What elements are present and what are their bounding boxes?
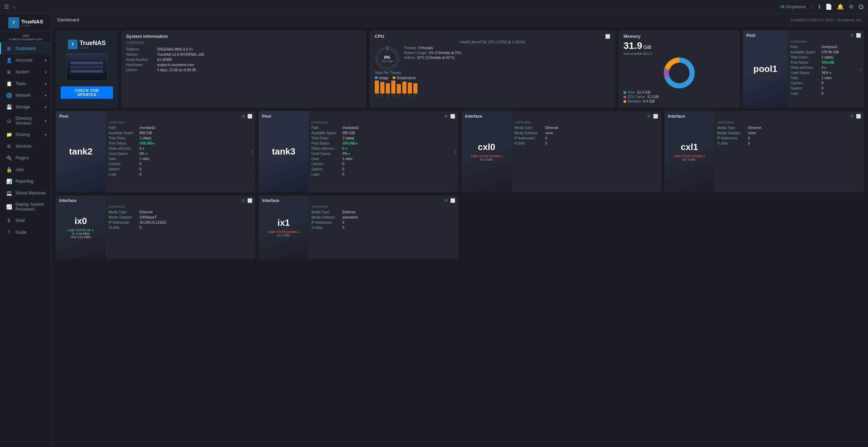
tank3-icons: ⚙ ⬜ bbox=[444, 114, 455, 119]
chevron-down-icon: ▾ bbox=[45, 119, 46, 123]
sidebar-item-label: Sharing bbox=[16, 132, 41, 137]
reporting-icon: 📊 bbox=[6, 179, 12, 184]
pool1-details: Overview Path: /mnt/pool1 Available Spac… bbox=[788, 30, 864, 99]
tank3-expand-icon[interactable]: ⬜ bbox=[450, 114, 455, 119]
sidebar-item-plugins[interactable]: 🔌 Plugins bbox=[0, 152, 51, 164]
cpu-bar-chart: 0 1 2 3 4 5 6 7 bbox=[375, 82, 610, 97]
settings-icon[interactable]: ⚙ bbox=[849, 3, 854, 10]
truenas-widget-core: CORE bbox=[80, 47, 106, 49]
system-info-overview-label: Overview bbox=[126, 41, 362, 45]
tank3-details: Overview Path:/mnt/tank3 Available Space… bbox=[309, 111, 458, 180]
tank2-arrow-icon[interactable]: › bbox=[251, 149, 253, 155]
cxl1-link-state: LINK STATE DOWN ● bbox=[674, 155, 705, 158]
sidebar-item-dashboard[interactable]: ⊞ Dashboard bbox=[0, 43, 51, 54]
sidebar-item-network[interactable]: 🌐 Network ▾ bbox=[0, 89, 51, 101]
cxl1-traffic: No Traffic bbox=[674, 158, 705, 161]
zfs-row: ZFS Cache: 3.2 GiB bbox=[623, 95, 735, 99]
pool1-logs-row: Logs: 0 bbox=[790, 92, 861, 95]
upload-icon[interactable]: ↑ bbox=[811, 4, 814, 10]
services-row: Services: 6.4 GiB bbox=[623, 99, 735, 103]
tank3-gear-icon[interactable]: ⚙ bbox=[444, 114, 448, 119]
cxl1-gear-icon[interactable]: ⚙ bbox=[850, 114, 854, 119]
row3: Interface ⚙ ⬜ ix0 LINK STATE UP ● In: 0.… bbox=[56, 195, 864, 259]
sidebar-item-label: Guide bbox=[16, 230, 46, 235]
sidebar-item-reporting[interactable]: 📊 Reporting bbox=[0, 175, 51, 187]
pool1-disks-row: Total Disks: 1 (data) bbox=[790, 55, 861, 59]
plugins-icon: 🔌 bbox=[6, 155, 12, 161]
sidebar-item-label: Virtual Machines bbox=[16, 191, 46, 195]
memory-legend: Free: 22.4 GiB ZFS Cache: 3.2 GiB Servic… bbox=[623, 91, 735, 103]
sidebar-item-tasks[interactable]: 📋 Tasks ▾ bbox=[0, 78, 51, 89]
ix0-name: ix0 bbox=[74, 216, 87, 226]
chevron-down-icon: ▾ bbox=[45, 105, 46, 109]
cpu-settings-icon[interactable]: ⬜ bbox=[605, 34, 610, 39]
ix1-link-state: LINK STATE DOWN ● bbox=[268, 230, 299, 234]
tank2-expand-icon[interactable]: ⬜ bbox=[247, 114, 252, 119]
sidebar-item-shell[interactable]: $ Shell bbox=[0, 215, 51, 226]
stats-per-thread-label: Stats Per Thread bbox=[375, 71, 610, 75]
free-dot bbox=[623, 91, 626, 94]
ix1-name: ix1 bbox=[277, 217, 290, 228]
sidebar-item-accounts[interactable]: 👤 Accounts ▾ bbox=[0, 54, 51, 66]
cxl0-gear-icon[interactable]: ⚙ bbox=[647, 114, 651, 119]
pool-tank2-widget: Pool ⚙ ⬜ tank2 Overview Path:/mnt/tank2 … bbox=[56, 111, 255, 192]
tasks-icon: 📋 bbox=[6, 81, 12, 86]
truenas-logo-icon: T bbox=[8, 17, 19, 28]
sidebar-item-storage[interactable]: 💾 Storage ▾ bbox=[0, 101, 51, 113]
ix0-expand-icon[interactable]: ⬜ bbox=[247, 198, 252, 203]
chevron-down-icon: ▾ bbox=[45, 133, 46, 137]
sharing-icon: 📁 bbox=[6, 132, 12, 137]
sidebar-item-label: Shell bbox=[16, 218, 46, 223]
pool1-icons: ⚙ ⬜ bbox=[850, 33, 861, 38]
pool1-status-row: Pool Status: ONLINE bbox=[790, 61, 861, 64]
sidebar-item-system[interactable]: 🖥 System ▾ bbox=[0, 66, 51, 78]
shell-icon: $ bbox=[6, 218, 12, 223]
iface-cxl0-widget: Interface ⚙ ⬜ cxl0 LINK STATE DOWN ● No … bbox=[462, 111, 661, 192]
machine-image bbox=[66, 53, 107, 81]
serial-row: Serial Number: A1-80995 bbox=[126, 58, 362, 62]
main-content: T TrueNAS CORE CHECK FOR UPDATES System … bbox=[52, 26, 868, 447]
sidebar-item-display-system-processes[interactable]: 📈 Display System Processes bbox=[0, 199, 51, 215]
topbar-right: iX iXsystems ↑ ℹ 📄 🔔 ⚙ ⏻ bbox=[780, 3, 864, 10]
pool1-arrow-icon[interactable]: › bbox=[860, 66, 862, 72]
ix0-gear-icon[interactable]: ⚙ bbox=[241, 198, 245, 203]
services-icon: ⚙ bbox=[6, 143, 12, 149]
tank3-arrow-icon[interactable]: › bbox=[454, 149, 456, 155]
sidebar-item-sharing[interactable]: 📁 Sharing ▾ bbox=[0, 129, 51, 140]
services-dot bbox=[623, 100, 626, 103]
cxl1-title: Interface bbox=[668, 114, 685, 119]
tank2-gear-icon[interactable]: ⚙ bbox=[241, 114, 245, 119]
sidebar-item-directory-services[interactable]: 🗂 Directory Services ▾ bbox=[0, 113, 51, 129]
sidebar-item-label: System bbox=[16, 70, 41, 74]
cxl1-expand-icon[interactable]: ⬜ bbox=[856, 114, 861, 119]
ix1-expand-icon[interactable]: ⬜ bbox=[450, 198, 455, 203]
ix1-title: Interface bbox=[262, 198, 279, 203]
info-icon[interactable]: ℹ bbox=[818, 3, 820, 10]
hostname-row: HostName: scaley.tn.ixsystems.com bbox=[126, 63, 362, 67]
sidebar-item-label: Jails bbox=[16, 167, 46, 172]
sidebar-item-virtual-machines[interactable]: 💻 Virtual Machines bbox=[0, 187, 51, 199]
mem-pool-column: Memory 31.9 GiB total available (ECC) Fr… bbox=[619, 30, 864, 108]
copyright: TrueNAS CORE® © 2020 - iXsystems, Inc. bbox=[790, 18, 862, 22]
file-icon[interactable]: 📄 bbox=[825, 3, 832, 10]
chevron-down-icon: ▾ bbox=[45, 70, 46, 74]
chevron-down-icon: ▾ bbox=[45, 58, 46, 62]
sidebar-item-guide[interactable]: ? Guide bbox=[0, 226, 51, 238]
ix1-gear-icon[interactable]: ⚙ bbox=[444, 198, 448, 203]
back-icon[interactable]: ‹ bbox=[13, 4, 15, 10]
bell-icon[interactable]: 🔔 bbox=[837, 3, 844, 10]
sidebar-logo: T TrueNAS CORE bbox=[0, 14, 51, 31]
cxl0-expand-icon[interactable]: ⬜ bbox=[653, 114, 658, 119]
usage-dot bbox=[375, 76, 378, 79]
pool1-widget: Pool ⚙ ⬜ pool1 Overview Path: /mnt/pool1… bbox=[743, 30, 864, 108]
sidebar-item-jails[interactable]: 🔒 Jails bbox=[0, 164, 51, 175]
pool1-gear-icon[interactable]: ⚙ bbox=[850, 33, 854, 38]
pool1-expand-icon[interactable]: ⬜ bbox=[856, 33, 861, 38]
sidebar-item-label: Reporting bbox=[16, 179, 46, 184]
check-updates-button[interactable]: CHECK FOR UPDATES bbox=[61, 86, 113, 99]
sidebar-item-services[interactable]: ⚙ Services bbox=[0, 140, 51, 152]
power-icon[interactable]: ⏻ bbox=[858, 4, 864, 10]
menu-icon[interactable]: ☰ bbox=[4, 3, 9, 10]
tank2-bg: tank2 bbox=[56, 111, 106, 192]
accounts-icon: 👤 bbox=[6, 57, 12, 63]
